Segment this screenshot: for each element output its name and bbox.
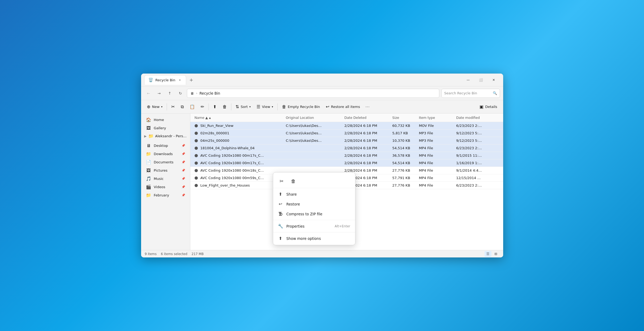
ctx-more-options-label: Show more options bbox=[286, 236, 321, 241]
share-button[interactable]: ⬆ bbox=[210, 103, 219, 111]
header-date-modified[interactable]: Date modified bbox=[456, 116, 499, 120]
copy-button[interactable]: ⧉ bbox=[178, 103, 186, 111]
sort-button[interactable]: ⇅ Sort ▾ bbox=[233, 103, 253, 111]
file-size: 10,370 KB bbox=[392, 139, 419, 143]
ctx-delete-button[interactable]: 🗑 bbox=[289, 176, 298, 186]
sidebar-item-videos[interactable]: 🎬 Videos 📌 bbox=[142, 183, 189, 191]
list-view-toggle[interactable]: ☰ bbox=[485, 251, 491, 257]
pictures-icon: 🖼 bbox=[146, 168, 151, 173]
expand-icon: ▶ bbox=[144, 134, 147, 138]
ctx-cut-button[interactable]: ✂ bbox=[277, 176, 286, 186]
header-name[interactable]: Name ▲ bbox=[195, 116, 286, 120]
sidebar-item-music[interactable]: 🎵 Music 📌 bbox=[142, 175, 189, 183]
rename-button[interactable]: ✏ bbox=[198, 103, 207, 111]
more-options-button[interactable]: ⋯ bbox=[363, 103, 372, 111]
up-button[interactable]: ↑ bbox=[166, 89, 174, 98]
header-date-deleted[interactable]: Date Deleted bbox=[344, 116, 392, 120]
ctx-properties-item[interactable]: 🔧 Properties Alt+Enter bbox=[273, 221, 355, 231]
empty-recycle-bin-icon: 🗑 bbox=[282, 104, 286, 109]
gallery-icon: 🖼 bbox=[146, 126, 151, 131]
ctx-share-item[interactable]: ⬆ Share bbox=[273, 189, 355, 199]
new-button[interactable]: ⊕ New ▾ bbox=[144, 103, 165, 111]
sort-chevron-icon: ▾ bbox=[249, 105, 251, 108]
sidebar-label-gallery: Gallery bbox=[154, 126, 166, 130]
file-dot-icon bbox=[195, 139, 198, 142]
forward-button[interactable]: → bbox=[155, 89, 163, 98]
table-row[interactable]: Ski_Run_Rear_View C:\Users\lukas\Des… 2/… bbox=[190, 122, 503, 130]
header-item-type[interactable]: Item type bbox=[419, 116, 456, 120]
sidebar-item-desktop[interactable]: 🖥 Desktop 📌 bbox=[142, 142, 189, 150]
file-date-deleted: 2/28/2024 6:18 PM bbox=[344, 146, 392, 150]
minimize-button[interactable]: — bbox=[462, 76, 474, 84]
search-placeholder: Search Recycle Bin bbox=[444, 91, 477, 95]
context-menu-icons-row: ✂ 🗑 bbox=[273, 174, 355, 188]
file-name-cell: AVC Coding 1920x1080 00m59s_C… bbox=[195, 176, 286, 180]
selected-count: 6 items selected bbox=[161, 252, 187, 256]
sidebar-item-pictures[interactable]: 🖼 Pictures 📌 bbox=[142, 166, 189, 175]
close-button[interactable]: ✕ bbox=[488, 76, 500, 84]
table-row[interactable]: 04m25s_000000 C:\Users\lukas\Des… 2/28/2… bbox=[190, 137, 503, 144]
address-bar: ← → ↑ ↻ 🖥 › Recycle Bin Search Recycle B… bbox=[141, 86, 503, 100]
pin-icon-7: 📌 bbox=[182, 193, 185, 197]
sidebar-item-downloads[interactable]: 📁 Downloads 📌 bbox=[142, 150, 189, 158]
cut-button[interactable]: ✂ bbox=[169, 103, 177, 111]
context-menu: ✂ 🗑 ⬆ Share ↩ Restore 🗜 Compress to ZIP … bbox=[273, 172, 355, 245]
sidebar-item-february[interactable]: 📁 February 📌 bbox=[142, 191, 189, 199]
sort-icon: ⇅ bbox=[236, 104, 239, 109]
restore-all-icon: ↩ bbox=[326, 104, 329, 109]
ctx-separator-2 bbox=[273, 232, 355, 232]
details-button[interactable]: ▣ Details bbox=[477, 103, 500, 111]
file-size: 36,578 KB bbox=[392, 154, 419, 158]
file-name-cell: 02m28s_000001 bbox=[195, 131, 286, 135]
ctx-restore-item[interactable]: ↩ Restore bbox=[273, 199, 355, 209]
sort-label: Sort bbox=[241, 105, 248, 109]
ctx-properties-icon: 🔧 bbox=[278, 224, 283, 229]
file-type: MP4 File bbox=[419, 168, 456, 172]
maximize-button[interactable]: ⬜ bbox=[475, 76, 487, 84]
ctx-compress-item[interactable]: 🗜 Compress to ZIP file bbox=[273, 209, 355, 219]
recycle-bin-tab[interactable]: 🗑️ Recycle Bin ✕ bbox=[144, 75, 186, 85]
file-date-deleted: 2/28/2024 6:18 PM bbox=[344, 131, 392, 135]
pin-icon-2: 📌 bbox=[182, 152, 185, 156]
file-dot-icon bbox=[195, 147, 198, 150]
february-icon: 📁 bbox=[146, 193, 151, 198]
restore-all-button[interactable]: ↩ Restore all items bbox=[323, 103, 363, 111]
sidebar-item-home[interactable]: 🏠 Home bbox=[142, 116, 189, 124]
sidebar: 🏠 Home 🖼 Gallery ▶ 📁 Aleksandr - Pers… 🖥… bbox=[141, 114, 190, 250]
header-size[interactable]: Size bbox=[392, 116, 419, 120]
ctx-more-options-item[interactable]: ⬆ Show more options bbox=[273, 233, 355, 243]
file-dot-icon bbox=[195, 124, 198, 127]
desktop-icon: 🖥 bbox=[146, 143, 151, 148]
ctx-compress-label: Compress to ZIP file bbox=[286, 212, 322, 216]
grid-view-toggle[interactable]: ⊞ bbox=[493, 251, 499, 257]
copy-icon: ⧉ bbox=[181, 104, 184, 109]
toolbar-separator-2 bbox=[208, 103, 209, 110]
table-row[interactable]: 02m28s_000001 C:\Users\lukas\Des… 2/28/2… bbox=[190, 130, 503, 137]
table-row[interactable]: 181004_04_Dolphins-Whale_04 2/28/2024 6:… bbox=[190, 144, 503, 152]
header-location[interactable]: Original Location bbox=[286, 116, 344, 120]
sidebar-item-aleksandr[interactable]: ▶ 📁 Aleksandr - Pers… bbox=[142, 132, 189, 140]
view-button[interactable]: ☰ View ▾ bbox=[254, 103, 276, 111]
empty-recycle-bin-button[interactable]: 🗑 Empty Recycle Bin bbox=[279, 103, 323, 111]
file-name-cell: AVC Coding 1920x1080 00m17s_C… bbox=[195, 161, 286, 165]
ctx-restore-label: Restore bbox=[286, 202, 300, 206]
sidebar-label-documents: Documents bbox=[154, 160, 174, 164]
refresh-button[interactable]: ↻ bbox=[176, 89, 185, 98]
sidebar-item-gallery[interactable]: 🖼 Gallery bbox=[142, 124, 189, 132]
address-box[interactable]: 🖥 › Recycle Bin bbox=[187, 89, 439, 98]
table-row[interactable]: AVC Coding 1920x1080 00m17s_C… 2/28/2024… bbox=[190, 152, 503, 159]
back-button[interactable]: ← bbox=[144, 89, 153, 98]
downloads-icon: 📁 bbox=[146, 151, 151, 156]
table-row[interactable]: AVC Coding 1920x1080 00m17s_C… 2/28/2024… bbox=[190, 159, 503, 167]
delete-button[interactable]: 🗑 bbox=[220, 103, 229, 111]
ctx-share-label: Share bbox=[286, 192, 297, 196]
file-date-modified: 9/12/2023 5:… bbox=[456, 131, 499, 135]
tab-close-button[interactable]: ✕ bbox=[177, 78, 182, 82]
sidebar-label-downloads: Downloads bbox=[154, 152, 173, 156]
file-name: 02m28s_000001 bbox=[200, 131, 229, 135]
search-box[interactable]: Search Recycle Bin 🔍 bbox=[441, 89, 500, 98]
new-tab-button[interactable]: + bbox=[187, 76, 195, 84]
sidebar-item-documents[interactable]: 📄 Documents 📌 bbox=[142, 158, 189, 166]
videos-icon: 🎬 bbox=[146, 184, 151, 189]
paste-button[interactable]: 📋 bbox=[187, 103, 198, 111]
